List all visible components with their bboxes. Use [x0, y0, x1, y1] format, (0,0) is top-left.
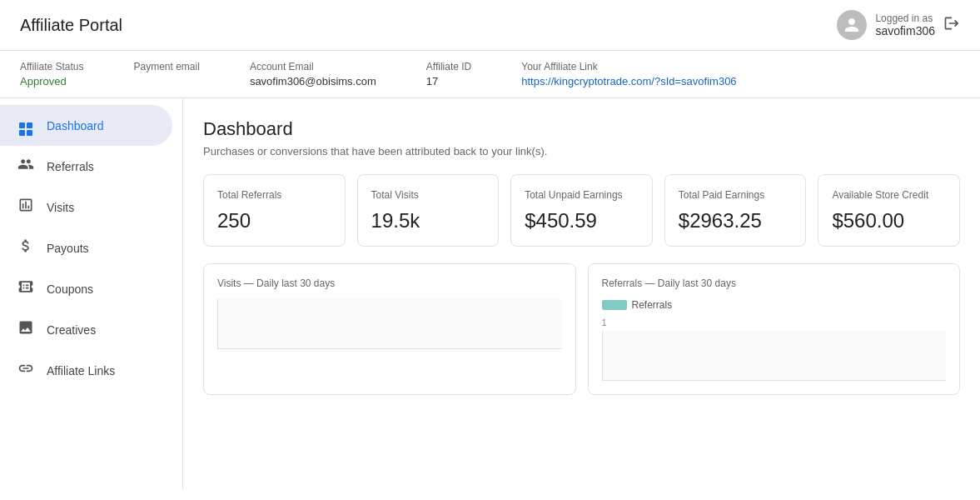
sidebar-label-affiliate-links: Affiliate Links [47, 364, 115, 378]
main-layout: Dashboard Referrals Visits [0, 98, 980, 490]
logout-button[interactable] [943, 15, 960, 36]
stat-card-paid: Total Paid Earnings $2963.25 [664, 174, 807, 247]
sidebar-item-coupons[interactable]: Coupons [0, 268, 172, 309]
app-title: Affiliate Portal [20, 16, 122, 35]
affiliate-status-value: Approved [20, 75, 67, 88]
account-email-label: Account Email [250, 61, 376, 72]
stat-label-credit: Available Store Credit [832, 188, 946, 202]
stat-card-referrals: Total Referrals 250 [203, 174, 346, 247]
info-bar: Affiliate Status Approved Payment email … [0, 51, 980, 98]
visits-icon [17, 197, 35, 218]
stat-card-credit: Available Store Credit $560.00 [818, 174, 960, 247]
sidebar-item-payouts[interactable]: Payouts [0, 228, 172, 268]
sidebar-item-creatives[interactable]: Creatives [0, 309, 172, 350]
coupons-icon [17, 278, 35, 299]
stat-value-referrals: 250 [217, 209, 331, 232]
user-info: Logged in as savofim306 [837, 10, 960, 40]
user-details: Logged in as savofim306 [875, 12, 935, 38]
username: savofim306 [875, 24, 935, 38]
stat-card-unpaid: Total Unpaid Earnings $450.59 [510, 174, 653, 247]
payouts-icon [17, 238, 35, 258]
sidebar-label-creatives: Creatives [47, 323, 96, 337]
dashboard-icon [17, 115, 35, 136]
chart-y-label: 1 [602, 318, 947, 328]
payment-email-label: Payment email [134, 61, 200, 72]
sidebar-label-visits: Visits [47, 201, 74, 214]
logged-in-label: Logged in as [875, 12, 935, 24]
account-email-value: savofim306@obisims.com [250, 75, 376, 88]
charts-row: Visits — Daily last 30 days Referrals — … [203, 263, 960, 395]
page-title: Dashboard [203, 118, 960, 140]
creatives-icon [17, 319, 35, 340]
affiliate-status-label: Affiliate Status [20, 61, 84, 72]
sidebar-item-referrals[interactable]: Referrals [0, 146, 172, 187]
chart-card-referrals: Referrals — Daily last 30 days Referrals… [588, 263, 961, 395]
stat-value-credit: $560.00 [832, 209, 946, 232]
content-area: Dashboard Purchases or conversions that … [183, 98, 980, 490]
affiliate-id-value: 17 [426, 75, 438, 88]
sidebar-label-coupons: Coupons [47, 282, 93, 296]
affiliate-id-item: Affiliate ID 17 [426, 61, 471, 88]
stat-label-paid: Total Paid Earnings [679, 188, 793, 202]
affiliate-id-label: Affiliate ID [426, 61, 471, 72]
chart-title-referrals: Referrals — Daily last 30 days [602, 278, 947, 289]
chart-area-visits [217, 299, 562, 349]
sidebar-item-visits[interactable]: Visits [0, 187, 172, 228]
stat-value-unpaid: $450.59 [525, 209, 639, 232]
stat-label-referrals: Total Referrals [217, 188, 331, 202]
affiliate-link-label: Your Affiliate Link [521, 61, 736, 72]
chart-legend-referrals: Referrals [602, 299, 947, 311]
person-icon [843, 17, 860, 33]
stats-row: Total Referrals 250 Total Visits 19.5k T… [203, 174, 960, 247]
payment-email-item: Payment email [134, 61, 200, 74]
stat-card-visits: Total Visits 19.5k [357, 174, 500, 247]
sidebar-label-referrals: Referrals [47, 160, 94, 173]
sidebar-item-dashboard[interactable]: Dashboard [0, 105, 172, 146]
page-subtitle: Purchases or conversions that have been … [203, 145, 960, 158]
top-header: Affiliate Portal Logged in as savofim306 [0, 0, 980, 51]
avatar [837, 10, 867, 40]
stat-label-visits: Total Visits [371, 188, 485, 202]
stat-label-unpaid: Total Unpaid Earnings [525, 188, 639, 202]
sidebar: Dashboard Referrals Visits [0, 98, 183, 490]
legend-label-referrals: Referrals [632, 299, 673, 311]
account-email-item: Account Email savofim306@obisims.com [250, 61, 376, 88]
chart-title-visits: Visits — Daily last 30 days [217, 278, 562, 289]
stat-value-visits: 19.5k [371, 209, 485, 232]
legend-color-referrals [602, 300, 627, 310]
affiliate-links-icon [17, 360, 35, 381]
chart-card-visits: Visits — Daily last 30 days [203, 263, 576, 395]
affiliate-status-item: Affiliate Status Approved [20, 61, 84, 88]
sidebar-label-payouts: Payouts [47, 242, 89, 255]
chart-area-referrals [602, 331, 947, 381]
affiliate-link-item: Your Affiliate Link https://kingcryptotr… [521, 61, 736, 88]
referrals-icon [17, 156, 35, 177]
affiliate-link-value: https://kingcryptotrade.com/?sId=savofim… [521, 75, 736, 88]
sidebar-item-affiliate-links[interactable]: Affiliate Links [0, 350, 172, 391]
stat-value-paid: $2963.25 [679, 209, 793, 232]
sidebar-label-dashboard: Dashboard [47, 119, 104, 132]
